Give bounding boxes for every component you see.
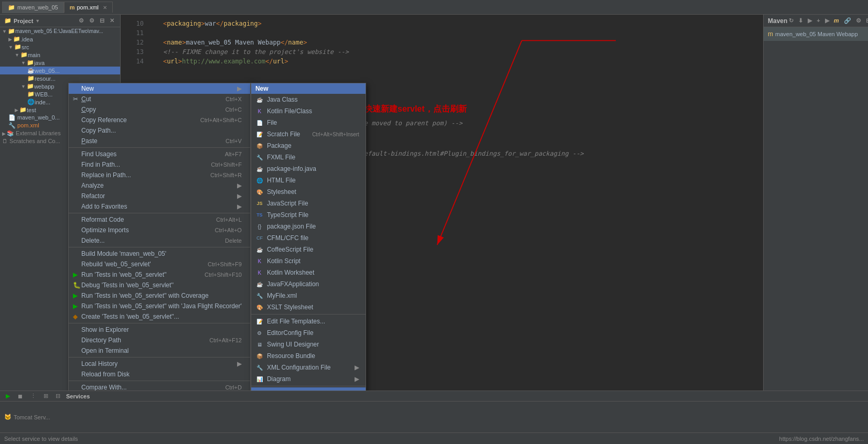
maven-settings-icon[interactable]: ⚙ bbox=[854, 17, 863, 25]
menu-item-run-coverage[interactable]: ▶ Run 'Tests in 'web_05_servlet'' with C… bbox=[69, 290, 250, 301]
tree-item-main[interactable]: ▼ 📁 main bbox=[0, 51, 120, 59]
submenu-editorconfig[interactable]: ⚙ EditorConfig File bbox=[251, 327, 366, 339]
submenu-edit-templates[interactable]: 📝 Edit File Templates... bbox=[251, 316, 366, 327]
menu-item-refactor[interactable]: Refactor ▶ bbox=[69, 191, 250, 201]
menu-item-reload[interactable]: Reload from Disk bbox=[69, 369, 250, 380]
tab-maven[interactable]: 📁 maven_web_05 bbox=[2, 2, 64, 13]
maven-play-icon[interactable]: ▶ bbox=[823, 17, 831, 25]
maven-reload-icon[interactable]: ↻ bbox=[787, 17, 795, 25]
package-icon: 📦 bbox=[255, 142, 264, 150]
tree-item-idea[interactable]: ▶ 📁 .idea bbox=[0, 35, 120, 43]
submenu-create-servlet[interactable]: S Create New Servlet bbox=[251, 387, 366, 391]
menu-item-local-history[interactable]: Local History ▶ bbox=[69, 359, 250, 369]
submenu-kotlin-script[interactable]: K Kotlin Script bbox=[251, 255, 366, 267]
submenu-html[interactable]: 🌐 HTML File bbox=[251, 175, 366, 186]
close-icon[interactable]: ✕ bbox=[108, 17, 116, 25]
submenu-cfml[interactable]: CF CFML/CFC file bbox=[251, 232, 366, 244]
menu-paste-label: Paste bbox=[81, 137, 98, 145]
submenu-xslt[interactable]: 🎨 XSLT Stylesheet bbox=[251, 301, 366, 313]
maven-add-icon[interactable]: + bbox=[815, 17, 821, 25]
submenu-kotlin-file[interactable]: K Kotlin File/Class bbox=[251, 105, 366, 117]
submenu-resource-bundle[interactable]: 📦 Resource Bundle bbox=[251, 350, 366, 362]
menu-item-run[interactable]: ▶ Run 'Tests in 'web_05_servlet'' Ctrl+S… bbox=[69, 269, 250, 280]
menu-copy-path-label: Copy Path... bbox=[81, 127, 116, 134]
tree-item-root[interactable]: ▼ 📁 maven_web_05 E:\JavaEETwo\mav... bbox=[0, 27, 120, 35]
file-icon: 📄 bbox=[255, 118, 264, 127]
new-submenu: New ☕ Java Class K Kotlin File/Class 📄 F… bbox=[251, 83, 366, 391]
menu-item-copy-path[interactable]: Copy Path... bbox=[69, 125, 250, 136]
menu-item-rebuild[interactable]: Rebuild 'web_05_servlet' Ctrl+Shift+F9 bbox=[69, 259, 250, 269]
submenu-ts[interactable]: TS TypeScript File bbox=[251, 209, 366, 221]
editorconfig-icon: ⚙ bbox=[255, 329, 264, 337]
services-filter-icon[interactable]: ⊟ bbox=[54, 392, 62, 400]
menu-item-find-path[interactable]: Find in Path... Ctrl+Shift+F bbox=[69, 159, 250, 170]
menu-item-reformat[interactable]: Reformat Code Ctrl+Alt+L bbox=[69, 214, 250, 225]
menu-item-dir-path[interactable]: Directory Path Ctrl+Alt+F12 bbox=[69, 335, 250, 345]
sidebar-dropdown-icon[interactable]: ▼ bbox=[35, 18, 40, 24]
menu-item-favorites[interactable]: Add to Favorites ▶ bbox=[69, 201, 250, 212]
tree-item-java[interactable]: ▼ 📁 java bbox=[0, 59, 120, 67]
submenu-package[interactable]: 📦 Package bbox=[251, 140, 366, 151]
tree-item-resources[interactable]: 📁 resour... bbox=[0, 74, 120, 82]
maven-run-icon[interactable]: ▶ bbox=[806, 17, 813, 25]
tab-maven-label: maven_web_05 bbox=[17, 4, 58, 10]
code-line-11: 11 bbox=[129, 28, 755, 38]
edit-templates-icon: 📝 bbox=[255, 317, 264, 326]
menu-item-delete[interactable]: Delete... Delete bbox=[69, 235, 250, 246]
menu-item-create-tests[interactable]: ◆ Create 'Tests in 'web_05_servlet''... bbox=[69, 311, 250, 322]
menu-item-find-usages[interactable]: Find Usages Alt+F7 bbox=[69, 149, 250, 159]
menu-item-copy[interactable]: Copy Ctrl+C bbox=[69, 104, 250, 115]
sync-icon[interactable]: ⚙ bbox=[77, 17, 85, 25]
menu-item-cut[interactable]: ✂ Cut Ctrl+X bbox=[69, 94, 250, 104]
submenu-package-json[interactable]: {} package.json File bbox=[251, 221, 366, 232]
submenu-javafx[interactable]: ☕ JavaFXApplication bbox=[251, 278, 366, 290]
layout-icon[interactable]: ⊟ bbox=[98, 17, 106, 25]
submenu-swing[interactable]: 🖥 Swing UI Designer bbox=[251, 339, 366, 350]
maven-download-icon[interactable]: ⬇ bbox=[797, 17, 805, 25]
code-line-10: 10 <packaging>war</packaging> bbox=[129, 19, 755, 28]
gear-icon[interactable]: ⚙ bbox=[88, 17, 96, 25]
maven-tree[interactable]: m maven_web_05 Maven Webapp bbox=[764, 27, 868, 41]
submenu-js[interactable]: JS JavaScript File bbox=[251, 198, 366, 209]
fxml-icon: 🔧 bbox=[255, 153, 264, 161]
submenu-fxml[interactable]: 🔧 FXML File bbox=[251, 151, 366, 163]
submenu-java-class[interactable]: ☕ Java Class bbox=[251, 94, 366, 105]
services-run-icon[interactable]: ▶ bbox=[4, 392, 12, 400]
menu-item-terminal[interactable]: Open in Terminal bbox=[69, 345, 250, 356]
menu-item-new[interactable]: New ▶ bbox=[69, 83, 250, 94]
menu-sep-3 bbox=[69, 247, 250, 247]
tab-pom[interactable]: m pom.xml ✕ bbox=[64, 2, 113, 13]
menu-item-optimize[interactable]: Optimize Imports Ctrl+Alt+O bbox=[69, 225, 250, 235]
submenu-stylesheet[interactable]: 🎨 Stylesheet bbox=[251, 186, 366, 198]
submenu-file[interactable]: 📄 File bbox=[251, 117, 366, 128]
maven-expand-icon[interactable]: ⊞ bbox=[864, 17, 868, 25]
services-more-icon[interactable]: ⋮ bbox=[29, 392, 38, 400]
menu-item-replace[interactable]: Replace in Path... Ctrl+Shift+R bbox=[69, 170, 250, 180]
tree-item-src[interactable]: ▼ 📁 src bbox=[0, 43, 120, 51]
tree-item-class[interactable]: ☕ web_05... bbox=[0, 67, 120, 74]
menu-item-compare[interactable]: Compare With... Ctrl+D bbox=[69, 382, 250, 391]
menu-item-build[interactable]: Build Module 'maven_web_05' bbox=[69, 248, 250, 259]
submenu-xml-config[interactable]: 🔧 XML Configuration File ▶ bbox=[251, 362, 366, 373]
menu-item-show-explorer[interactable]: Show in Explorer bbox=[69, 324, 250, 335]
menu-item-copy-ref[interactable]: Copy Reference Ctrl+Alt+Shift+C bbox=[69, 115, 250, 125]
submenu-diagram[interactable]: 📊 Diagram ▶ bbox=[251, 373, 366, 385]
services-grid-icon[interactable]: ⊞ bbox=[42, 392, 50, 400]
submenu-myfile[interactable]: 🔧 MyFile.xml bbox=[251, 290, 366, 301]
services-stop-icon[interactable]: ⏹ bbox=[16, 393, 25, 400]
menu-item-analyze[interactable]: Analyze ▶ bbox=[69, 180, 250, 191]
submenu-coffee[interactable]: ☕ CoffeeScript File bbox=[251, 244, 366, 255]
tab-maven-icon: 📁 bbox=[8, 4, 15, 11]
scratch-icon: 📝 bbox=[255, 130, 264, 138]
submenu-kotlin-worksheet[interactable]: K Kotlin Worksheet bbox=[251, 267, 366, 278]
menu-sep-4 bbox=[69, 323, 250, 323]
menu-item-paste[interactable]: Paste Ctrl+V bbox=[69, 136, 250, 146]
xslt-icon: 🎨 bbox=[255, 303, 264, 311]
tab-pom-close[interactable]: ✕ bbox=[103, 5, 107, 10]
maven-m-icon[interactable]: m bbox=[832, 17, 841, 25]
menu-item-debug[interactable]: 🐛 Debug 'Tests in 'web_05_servlet'' bbox=[69, 280, 250, 290]
submenu-scratch[interactable]: 📝 Scratch File Ctrl+Alt+Shift+Insert bbox=[251, 128, 366, 140]
menu-item-run-flight[interactable]: ▶ Run 'Tests in 'web_05_servlet'' with '… bbox=[69, 301, 250, 311]
submenu-package-info[interactable]: ☕ package-info.java bbox=[251, 163, 366, 175]
maven-link-icon[interactable]: 🔗 bbox=[842, 17, 853, 25]
